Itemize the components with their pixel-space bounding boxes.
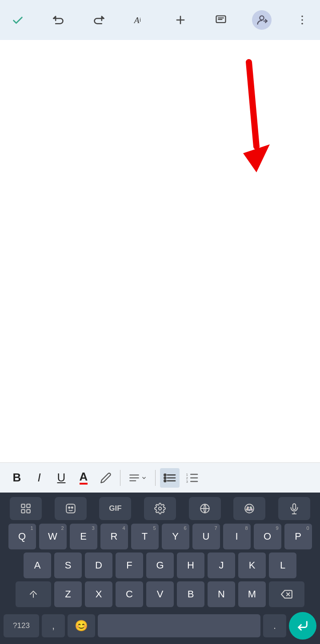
key-q[interactable]: 1Q xyxy=(8,524,36,549)
keyboard-palette-button[interactable] xyxy=(233,497,265,520)
key-v[interactable]: V xyxy=(146,581,174,607)
key-w[interactable]: 2W xyxy=(39,524,67,549)
divider-2 xyxy=(155,470,156,486)
key-e[interactable]: 3E xyxy=(70,524,97,549)
enter-key[interactable] xyxy=(289,612,316,640)
key-b[interactable]: B xyxy=(177,581,204,607)
svg-point-41 xyxy=(247,507,248,508)
redo-button[interactable] xyxy=(89,10,109,30)
keyboard-translate-button[interactable] xyxy=(189,497,221,520)
keyboard-row-2: A S D F G H J K L xyxy=(2,553,318,578)
underline-button[interactable]: U xyxy=(52,468,71,488)
key-d[interactable]: D xyxy=(85,553,112,578)
key-l[interactable]: L xyxy=(269,553,296,578)
format-toolbar: B I U A xyxy=(0,462,320,493)
top-toolbar: A i xyxy=(0,0,320,40)
svg-point-36 xyxy=(68,507,70,508)
svg-text:A: A xyxy=(133,16,140,25)
keyboard-top-row: GIF xyxy=(0,493,320,524)
undo-button[interactable] xyxy=(48,10,68,30)
svg-point-42 xyxy=(250,507,252,508)
svg-point-21 xyxy=(164,480,166,481)
key-s[interactable]: S xyxy=(54,553,82,578)
divider-1 xyxy=(120,470,120,486)
svg-point-20 xyxy=(164,477,166,479)
text-format-button[interactable]: A i xyxy=(130,10,149,30)
keyboard-row-1: 1Q 2W 3E 4R 5T 6Y 7U 8I 9O 0P xyxy=(2,524,318,549)
svg-point-12 xyxy=(301,19,303,21)
key-h[interactable]: H xyxy=(177,553,204,578)
comma-key[interactable]: , xyxy=(42,614,65,637)
key-x[interactable]: X xyxy=(85,581,112,607)
highlight-button[interactable] xyxy=(96,468,116,488)
bullet-list-button[interactable] xyxy=(160,468,180,488)
text-color-button[interactable]: A xyxy=(74,468,93,488)
key-g[interactable]: G xyxy=(146,553,174,578)
svg-point-19 xyxy=(164,474,166,476)
emoji-key[interactable]: 😊 xyxy=(68,614,95,637)
keyboard-gif-button[interactable]: GIF xyxy=(99,497,131,520)
svg-point-44 xyxy=(247,509,248,510)
key-k[interactable]: K xyxy=(238,553,266,578)
symbols-key[interactable]: ?123 xyxy=(4,614,39,637)
svg-point-11 xyxy=(301,16,303,17)
svg-rect-34 xyxy=(27,509,30,513)
space-key[interactable] xyxy=(98,614,260,637)
svg-rect-33 xyxy=(22,509,25,513)
key-z[interactable]: Z xyxy=(54,581,82,607)
key-i[interactable]: 8I xyxy=(223,524,251,549)
svg-point-38 xyxy=(159,507,162,510)
key-c[interactable]: C xyxy=(116,581,143,607)
svg-point-13 xyxy=(301,23,303,24)
svg-text:i: i xyxy=(140,16,141,23)
add-button[interactable] xyxy=(171,10,190,30)
share-button[interactable] xyxy=(252,10,272,30)
svg-point-45 xyxy=(251,509,252,510)
key-n[interactable]: N xyxy=(208,581,235,607)
keyboard-settings-button[interactable] xyxy=(144,497,176,520)
key-f[interactable]: F xyxy=(116,553,143,578)
italic-button[interactable]: I xyxy=(29,468,49,488)
numbered-list-button[interactable]: 1 2 3 xyxy=(182,468,202,488)
more-button[interactable] xyxy=(292,10,312,30)
keyboard-key-rows: 1Q 2W 3E 4R 5T 6Y 7U 8I 9O 0P A S D F G … xyxy=(0,524,320,612)
backspace-key[interactable] xyxy=(269,581,304,607)
svg-rect-31 xyxy=(22,504,25,508)
keyboard-voice-button[interactable] xyxy=(278,497,310,520)
svg-point-7 xyxy=(260,16,264,20)
key-t[interactable]: 5T xyxy=(131,524,159,549)
keyboard-bottom-row: ?123 , 😊 . xyxy=(0,612,320,644)
red-arrow-indicator xyxy=(219,58,272,175)
keyboard: GIF xyxy=(0,493,320,644)
svg-point-43 xyxy=(248,509,250,511)
svg-text:3: 3 xyxy=(186,479,188,483)
svg-rect-35 xyxy=(66,504,75,513)
svg-point-37 xyxy=(71,507,72,508)
svg-rect-46 xyxy=(292,504,296,509)
checkmark-button[interactable] xyxy=(8,10,28,30)
keyboard-apps-button[interactable] xyxy=(10,497,42,520)
bold-button[interactable]: B xyxy=(7,468,27,488)
key-r[interactable]: 4R xyxy=(100,524,128,549)
svg-point-40 xyxy=(245,504,254,513)
key-u[interactable]: 7U xyxy=(192,524,220,549)
key-p[interactable]: 0P xyxy=(284,524,312,549)
key-o[interactable]: 9O xyxy=(254,524,281,549)
document-area[interactable] xyxy=(0,40,320,462)
keyboard-sticker-button[interactable] xyxy=(55,497,87,520)
svg-line-14 xyxy=(249,62,256,147)
key-j[interactable]: J xyxy=(208,553,235,578)
key-m[interactable]: M xyxy=(238,581,266,607)
svg-rect-32 xyxy=(27,504,30,508)
shift-key[interactable] xyxy=(16,581,51,607)
key-y[interactable]: 6Y xyxy=(162,524,189,549)
align-button[interactable] xyxy=(125,469,151,486)
key-a[interactable]: A xyxy=(24,553,51,578)
comment-button[interactable] xyxy=(211,10,231,30)
keyboard-row-3: Z X C V B N M xyxy=(2,581,318,607)
period-key[interactable]: . xyxy=(263,614,286,637)
